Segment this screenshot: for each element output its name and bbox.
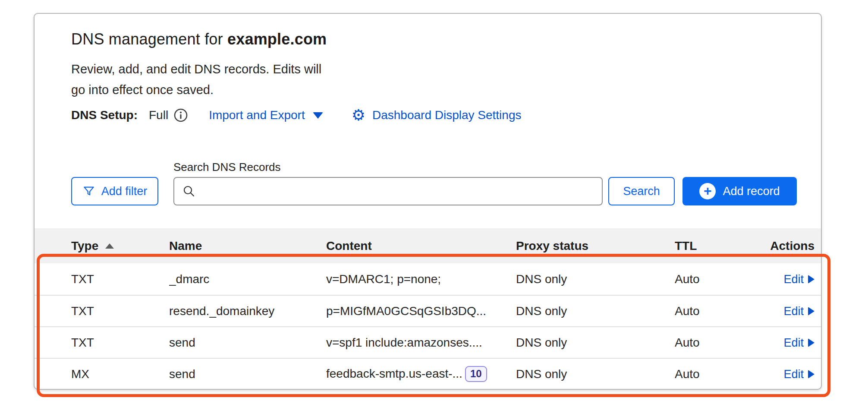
cell-content-text: v=spf1 include:amazonses.... — [326, 336, 482, 350]
cell-content: feedback-smtp.us-east-... 10 — [326, 366, 516, 382]
edit-link-label: Edit — [783, 305, 804, 318]
add-filter-button[interactable]: Add filter — [71, 177, 158, 205]
column-header-type-label: Type — [71, 239, 98, 253]
search-icon — [182, 184, 196, 198]
edit-link-label: Edit — [783, 368, 804, 381]
dns-records-table: Type Name Content Proxy status TTL Actio… — [35, 228, 821, 389]
column-header-content: Content — [326, 239, 516, 253]
cell-proxy-status: DNS only — [516, 367, 675, 381]
chevron-down-icon — [313, 112, 323, 119]
dns-setup-label: DNS Setup: — [71, 108, 138, 122]
cell-content-text: p=MIGfMA0GCSqGSIb3DQ... — [326, 304, 486, 318]
dns-setup-value: Full — [149, 108, 168, 122]
table-body: TXT _dmarc v=DMARC1; p=none; DNS only Au… — [35, 263, 821, 389]
subtitle-line-1: Review, add, and edit DNS records. Edits… — [71, 59, 321, 79]
plus-circle-icon: + — [699, 183, 716, 199]
edit-link[interactable]: Edit — [783, 305, 815, 318]
edit-caret-icon — [808, 307, 815, 316]
edit-link[interactable]: Edit — [783, 273, 815, 286]
info-circle-icon[interactable] — [173, 108, 188, 123]
page-title-text: DNS management for — [71, 30, 227, 48]
edit-caret-icon — [808, 275, 815, 284]
edit-link[interactable]: Edit — [783, 368, 815, 381]
table-row: MX send feedback-smtp.us-east-... 10 DNS… — [35, 358, 821, 389]
edit-caret-icon — [808, 338, 815, 347]
gear-icon: ⚙ — [352, 107, 365, 123]
dns-management-card: DNS management for example.com Review, a… — [34, 13, 822, 390]
column-header-type[interactable]: Type — [71, 239, 169, 253]
table-header-row: Type Name Content Proxy status TTL Actio… — [35, 228, 821, 263]
filter-funnel-icon — [82, 185, 95, 198]
cell-content: v=DMARC1; p=none; — [326, 272, 516, 286]
edit-link-label: Edit — [783, 273, 804, 286]
search-field-label: Search DNS Records — [173, 161, 281, 174]
column-header-ttl: TTL — [675, 239, 751, 253]
priority-badge: 10 — [465, 366, 487, 382]
cell-content-text: feedback-smtp.us-east-... — [326, 367, 462, 381]
search-button-label: Search — [623, 185, 660, 198]
cell-name: send — [169, 367, 326, 381]
import-export-label: Import and Export — [209, 108, 305, 122]
add-record-button[interactable]: + Add record — [682, 177, 797, 205]
cell-actions: Edit — [751, 336, 815, 350]
cell-ttl: Auto — [675, 304, 751, 318]
cell-type: TXT — [71, 336, 169, 350]
import-export-dropdown[interactable]: Import and Export — [209, 108, 323, 122]
search-button[interactable]: Search — [608, 177, 675, 205]
search-input-wrapper — [173, 177, 603, 205]
cell-content: p=MIGfMA0GCSqGSIb3DQ... — [326, 304, 516, 318]
table-row: TXT resend._domainkey p=MIGfMA0GCSqGSIb3… — [35, 295, 821, 326]
edit-caret-icon — [808, 370, 815, 379]
subtitle-line-2: go into effect once saved. — [71, 79, 321, 100]
sort-ascending-icon — [105, 243, 114, 249]
column-header-name: Name — [169, 239, 326, 253]
cell-ttl: Auto — [675, 367, 751, 381]
cell-content-text: v=DMARC1; p=none; — [326, 272, 441, 286]
cell-ttl: Auto — [675, 336, 751, 350]
search-input[interactable] — [201, 184, 594, 199]
cell-name: _dmarc — [169, 272, 326, 286]
cell-actions: Edit — [751, 272, 815, 286]
edit-link[interactable]: Edit — [783, 336, 815, 350]
cell-type: MX — [71, 367, 169, 381]
cell-actions: Edit — [751, 367, 815, 381]
table-row: TXT _dmarc v=DMARC1; p=none; DNS only Au… — [35, 263, 821, 295]
cell-name: send — [169, 336, 326, 350]
edit-link-label: Edit — [783, 336, 804, 350]
add-filter-label: Add filter — [101, 185, 148, 198]
cell-name: resend._domainkey — [169, 304, 326, 318]
cell-actions: Edit — [751, 304, 815, 318]
page-title-domain: example.com — [227, 30, 327, 48]
cell-type: TXT — [71, 304, 169, 318]
cell-proxy-status: DNS only — [516, 304, 675, 318]
cell-content: v=spf1 include:amazonses.... — [326, 336, 516, 350]
column-header-proxy-status: Proxy status — [516, 239, 675, 253]
cell-proxy-status: DNS only — [516, 272, 675, 286]
page-title: DNS management for example.com — [71, 30, 327, 48]
cell-type: TXT — [71, 272, 169, 286]
cell-proxy-status: DNS only — [516, 336, 675, 350]
column-header-actions: Actions — [751, 239, 815, 253]
add-record-label: Add record — [723, 185, 780, 198]
dns-setup-row: DNS Setup: Full Import and Export ⚙ Dash… — [71, 106, 521, 124]
page-subtitle: Review, add, and edit DNS records. Edits… — [71, 59, 321, 100]
cell-ttl: Auto — [675, 272, 751, 286]
table-row: TXT send v=spf1 include:amazonses.... DN… — [35, 326, 821, 358]
dashboard-display-settings-link[interactable]: Dashboard Display Settings — [372, 108, 522, 122]
